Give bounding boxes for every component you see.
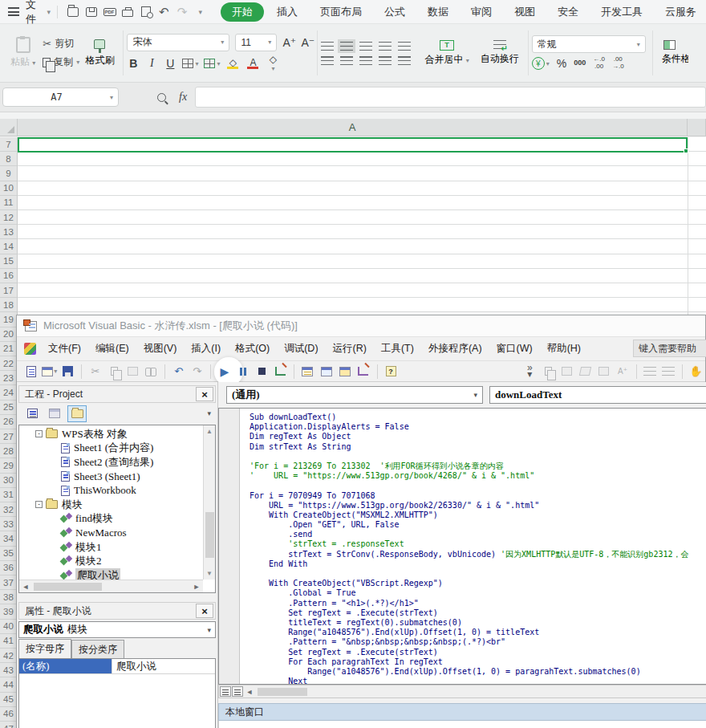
toolbox-button[interactable]: [354, 363, 372, 380]
row-header-28[interactable]: 28: [0, 444, 18, 458]
view-code-button[interactable]: [22, 405, 42, 422]
scroll-left-icon[interactable]: ◄: [19, 583, 32, 591]
undo-button[interactable]: ↶: [155, 3, 173, 21]
vba-menu-外接程序(A)[interactable]: 外接程序(A): [421, 339, 489, 359]
object-browser-button[interactable]: [335, 363, 354, 380]
vba-menu-视图(V)[interactable]: 视图(V): [136, 339, 185, 359]
row-header-40[interactable]: 40: [0, 620, 18, 634]
toggle-folders-button[interactable]: [67, 405, 87, 422]
column-header-a[interactable]: A: [18, 119, 688, 136]
tree-item-NewMacros[interactable]: NewMacros: [19, 526, 203, 540]
row-header-42[interactable]: 42: [0, 649, 18, 663]
save-button[interactable]: [83, 3, 101, 21]
row-header-15[interactable]: 15: [0, 254, 18, 269]
row-header-32[interactable]: 32: [0, 502, 18, 517]
vba-menu-编辑(E)[interactable]: 编辑(E): [88, 339, 136, 359]
format-painter-button[interactable]: 格式刷: [79, 36, 120, 71]
scroll-up-icon[interactable]: ▲: [205, 428, 213, 435]
vba-copy-button[interactable]: [105, 363, 124, 380]
row-header-33[interactable]: 33: [0, 517, 18, 531]
vba-save-button[interactable]: [59, 363, 77, 380]
thousands-button[interactable]: 000: [574, 59, 586, 67]
cut-button[interactable]: ✂剪切: [43, 37, 79, 51]
font-size-select[interactable]: 11▾: [235, 34, 277, 51]
vba-menu-调试(D)[interactable]: 调试(D): [277, 339, 325, 359]
percent-button[interactable]: %: [557, 57, 566, 70]
name-box[interactable]: A7 ▾: [2, 87, 119, 107]
row-header-9[interactable]: 9: [0, 166, 18, 181]
italic-button[interactable]: I: [145, 57, 158, 70]
row-header-35[interactable]: 35: [0, 547, 18, 561]
uncomment-block-button[interactable]: [558, 363, 576, 380]
tree-expander-icon[interactable]: -: [35, 430, 43, 437]
scrollbar-thumb[interactable]: [258, 688, 307, 696]
conditional-format-button[interactable]: 条件格式: [656, 24, 688, 82]
tab-开始[interactable]: 开始: [221, 2, 264, 22]
vba-paste-button[interactable]: [124, 363, 142, 380]
indent-button[interactable]: [641, 363, 659, 380]
properties-panel-header[interactable]: 属性 - 爬取小说 ×: [18, 602, 216, 620]
tree-item-WPS表格 对象[interactable]: -WPS表格 对象: [19, 427, 203, 441]
row-header-10[interactable]: 10: [0, 181, 18, 196]
help-search-input[interactable]: 键入需要帮助: [633, 340, 706, 357]
column-header-next[interactable]: [688, 119, 706, 136]
merge-center-button[interactable]: T 合并居中 ▾: [419, 37, 474, 70]
redo-button[interactable]: ↷: [173, 3, 192, 21]
vba-find-button[interactable]: [142, 363, 160, 380]
tab-视图[interactable]: 视图: [505, 2, 545, 22]
properties-close-button[interactable]: ×: [196, 604, 213, 618]
row-header-37[interactable]: 37: [0, 575, 18, 590]
vba-help-button[interactable]: ?: [382, 363, 400, 380]
locals-window-header[interactable]: 本地窗口: [218, 703, 706, 721]
project-close-button[interactable]: ×: [196, 387, 213, 401]
row-header-46[interactable]: 46: [0, 707, 18, 722]
properties-object-select[interactable]: 爬取小说 模块 ▾: [18, 621, 216, 638]
tab-categorized[interactable]: 按分类序: [71, 640, 124, 658]
tree-item-爬取小说[interactable]: 爬取小说: [19, 568, 203, 580]
file-caret-icon[interactable]: ▾: [47, 8, 51, 16]
row-header-11[interactable]: 11: [0, 196, 18, 210]
row-header-8[interactable]: 8: [0, 152, 18, 166]
print-preview-button[interactable]: [136, 3, 155, 21]
property-row[interactable]: (名称)爬取小说: [19, 659, 215, 674]
row-header-14[interactable]: 14: [0, 239, 18, 254]
vba-menu-窗口(W)[interactable]: 窗口(W): [489, 339, 540, 359]
borders-button[interactable]: ▾: [182, 59, 198, 68]
run-macro-button[interactable]: ▶: [215, 363, 233, 380]
tree-item-模块1[interactable]: 模块1: [19, 540, 203, 555]
align-right-button[interactable]: [359, 56, 372, 65]
file-menu[interactable]: 文件: [26, 0, 44, 26]
tab-云服务[interactable]: 云服务: [655, 2, 706, 22]
scrollbar-thumb[interactable]: [205, 512, 214, 559]
open-file-button[interactable]: [64, 3, 83, 21]
project-explorer-button[interactable]: [298, 363, 317, 380]
copy-button[interactable]: 复制 ▾: [43, 55, 79, 69]
tab-公式[interactable]: 公式: [375, 2, 415, 22]
font-name-select[interactable]: 宋体▾: [127, 34, 229, 51]
tree-expander-icon[interactable]: -: [35, 501, 43, 508]
design-mode-button[interactable]: [271, 363, 290, 380]
fx-icon[interactable]: fx: [179, 91, 187, 104]
property-value[interactable]: 爬取小说: [112, 659, 215, 673]
fill-color-button[interactable]: ◇: [225, 58, 240, 69]
vba-cut-button[interactable]: ✂: [86, 363, 104, 380]
vba-menu-格式(O)[interactable]: 格式(O): [228, 339, 277, 359]
vba-undo-button[interactable]: ↶: [169, 363, 188, 380]
bold-button[interactable]: B: [127, 57, 140, 70]
scroll-right-icon[interactable]: ►: [190, 583, 203, 591]
align-middle-button[interactable]: [340, 42, 353, 51]
currency-button[interactable]: ¥▾: [532, 57, 550, 70]
select-all-corner[interactable]: [0, 119, 18, 136]
vba-menu-插入(I)[interactable]: 插入(I): [184, 339, 228, 359]
tab-插入[interactable]: 插入: [267, 2, 307, 22]
selected-cell-a7[interactable]: [18, 137, 688, 153]
row-header-16[interactable]: 16: [0, 269, 18, 283]
tree-item-Sheet1 (合并内容)[interactable]: Sheet1 (合并内容): [19, 441, 203, 456]
quick-access-more-button[interactable]: ▾: [191, 3, 209, 21]
view-object-button2[interactable]: [45, 405, 64, 422]
row-header-19[interactable]: 19: [0, 312, 18, 327]
tree-item-Sheet3 (Sheet1)[interactable]: Sheet3 (Sheet1): [19, 470, 203, 484]
tree-item-ThisWorkbook[interactable]: ThisWorkbook: [19, 483, 203, 498]
decrease-indent-button[interactable]: [379, 42, 392, 51]
code-horizontal-scrollbar[interactable]: ◄: [218, 685, 706, 698]
